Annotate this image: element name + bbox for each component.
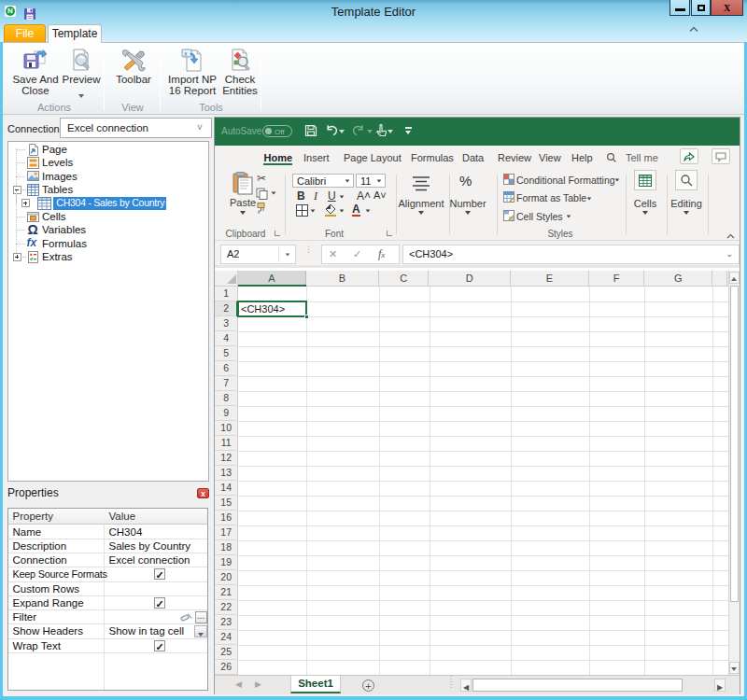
svg-text:x: x bbox=[184, 50, 188, 57]
